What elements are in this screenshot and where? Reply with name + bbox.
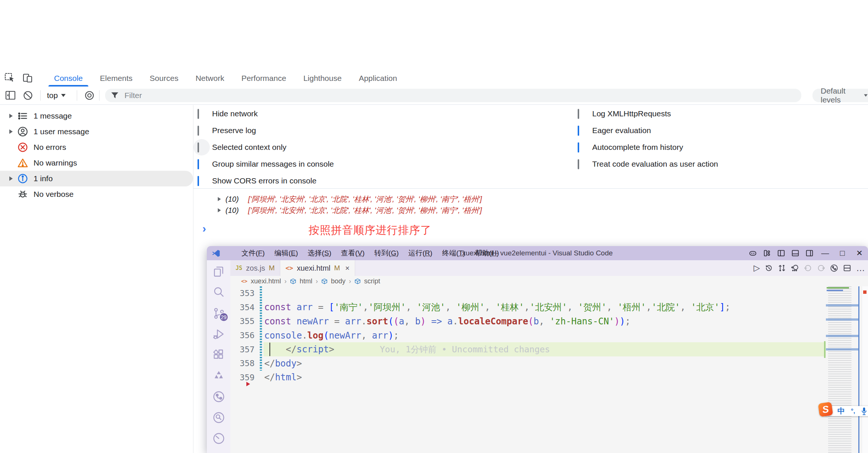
ime-punctuation-button[interactable]: °,	[851, 408, 855, 415]
minimize-button[interactable]: —	[817, 246, 834, 260]
sogou-logo[interactable]: S	[818, 402, 833, 417]
compare-changes-icon[interactable]	[778, 264, 786, 272]
gauge-icon[interactable]	[212, 432, 225, 445]
checkbox[interactable]	[578, 159, 579, 169]
breadcrumb-script[interactable]: script	[364, 277, 380, 285]
tab-sources[interactable]: Sources	[141, 70, 187, 86]
tab-xuexi-html[interactable]: <> xuexi.html M ×	[280, 260, 355, 276]
sidebar-item-errors[interactable]: No errors	[0, 139, 193, 155]
checkbox[interactable]	[198, 109, 199, 119]
checkbox[interactable]	[578, 109, 579, 119]
tab-network[interactable]: Network	[187, 70, 233, 86]
expand-icon[interactable]	[7, 176, 15, 181]
source-control-icon[interactable]: 29	[212, 307, 225, 320]
context-selector[interactable]: top	[47, 86, 66, 104]
git-graph-view-icon[interactable]	[212, 390, 225, 403]
split-editor-icon[interactable]	[843, 264, 851, 272]
setting-preserve-log[interactable]: Preserve log	[198, 122, 334, 139]
setting-eager-evaluation[interactable]: Eager evaluation	[578, 122, 718, 139]
checkbox[interactable]	[198, 176, 199, 186]
menu-view[interactable]: 查看(V)	[336, 246, 369, 260]
checkbox[interactable]	[578, 142, 579, 152]
sidebar-item-verbose[interactable]: No verbose	[0, 186, 193, 202]
code-line[interactable]: 356 console.log(newArr, arr);	[230, 328, 826, 343]
setting-log-xhr[interactable]: Log XMLHttpRequests	[578, 105, 718, 122]
setting-autocomplete-history[interactable]: Autocomplete from history	[578, 139, 718, 155]
menu-goto[interactable]: 转到(G)	[369, 246, 403, 260]
menu-file[interactable]: 文件(F)	[237, 246, 269, 260]
sidebar-item-warnings[interactable]: No warnings	[0, 155, 193, 171]
menu-help[interactable]: 帮助(H)	[470, 246, 504, 260]
console-log-row[interactable]: (10) ['阿坝州', '北安州', '北京', '北院', '桂林', '河…	[193, 205, 868, 216]
toggle-primary-sidebar-icon[interactable]	[774, 249, 788, 257]
editor-scrollbar[interactable]	[862, 286, 868, 453]
console-log-row[interactable]: (10) ['阿坝州', '北安州', '北京', '北院', '桂林', '河…	[193, 194, 868, 205]
code-line[interactable]: 354 const arr = ['南宁','阿坝州', '河池', '柳州',…	[230, 301, 826, 315]
copilot-icon[interactable]	[746, 249, 760, 257]
timeline-history-icon[interactable]	[765, 264, 773, 272]
checkbox[interactable]	[578, 126, 579, 136]
search-icon[interactable]	[212, 286, 225, 299]
explorer-icon[interactable]	[212, 265, 225, 278]
log-levels-dropdown[interactable]: Default levels	[812, 89, 868, 102]
checkbox[interactable]	[198, 126, 199, 136]
checkbox[interactable]	[198, 142, 199, 152]
toggle-sidebar-icon[interactable]	[5, 91, 16, 100]
code-line[interactable]: 358 </body>	[230, 356, 826, 371]
previous-change-icon[interactable]	[804, 264, 812, 272]
setting-show-cors-errors[interactable]: Show CORS errors in console	[198, 172, 334, 189]
run-debug-icon[interactable]	[212, 328, 225, 340]
sidebar-item-info[interactable]: 1 info	[0, 171, 193, 186]
minimap[interactable]	[826, 286, 858, 453]
next-change-icon[interactable]	[817, 264, 825, 272]
more-actions-icon[interactable]: …	[856, 263, 865, 273]
menu-terminal[interactable]: 终端(T)	[437, 246, 470, 260]
expand-icon[interactable]	[218, 208, 221, 213]
inspect-element-icon[interactable]	[4, 73, 15, 83]
device-toolbar-icon[interactable]	[22, 73, 33, 83]
maximize-button[interactable]: □	[834, 246, 851, 260]
toggle-secondary-sidebar-icon[interactable]	[802, 249, 817, 257]
git-history-icon[interactable]	[212, 411, 225, 424]
setting-selected-context-only[interactable]: Selected context only	[198, 139, 334, 155]
tab-performance[interactable]: Performance	[233, 70, 295, 86]
sidebar-item-user-messages[interactable]: 1 user message	[0, 124, 193, 139]
breadcrumb-html[interactable]: html	[300, 277, 312, 285]
close-button[interactable]: ✕	[851, 246, 868, 260]
checkbox[interactable]	[198, 159, 199, 169]
customize-layout-icon[interactable]	[760, 249, 774, 257]
expand-icon[interactable]	[7, 114, 15, 118]
code-line-current[interactable]: 357 </script> You, 1分钟前 • Uncommitted ch…	[230, 342, 826, 356]
menu-edit[interactable]: 编辑(E)	[269, 246, 303, 260]
code-line[interactable]: 353	[230, 286, 826, 301]
setting-hide-network[interactable]: Hide network	[198, 105, 334, 122]
menu-run[interactable]: 运行(R)	[404, 246, 437, 260]
git-graph-icon[interactable]	[830, 264, 838, 272]
microphone-icon[interactable]	[861, 407, 867, 415]
close-tab-icon[interactable]: ×	[345, 264, 350, 273]
tab-zos-js[interactable]: JS zos.js M	[230, 260, 280, 276]
breadcrumb-file[interactable]: xuexi.html	[251, 277, 281, 285]
open-changes-icon[interactable]	[791, 264, 799, 272]
expand-icon[interactable]	[7, 129, 15, 134]
ime-language-mode-button[interactable]: 中	[837, 406, 845, 416]
extensions-icon[interactable]	[212, 349, 225, 361]
code-line[interactable]: 359 </html>	[230, 371, 826, 385]
clear-console-icon[interactable]	[23, 91, 33, 100]
tab-lighthouse[interactable]: Lighthouse	[295, 70, 350, 86]
filter-input[interactable]: Filter	[105, 89, 801, 102]
tab-application[interactable]: Application	[350, 70, 406, 86]
tab-elements[interactable]: Elements	[91, 70, 141, 86]
sidebar-item-messages[interactable]: 1 message	[0, 108, 193, 124]
vscode-titlebar[interactable]: xuexi.html - vue2elementui - Visual Stud…	[207, 246, 868, 260]
menu-selection[interactable]: 选择(S)	[303, 246, 336, 260]
run-file-icon[interactable]: ▷	[754, 264, 760, 272]
expand-icon[interactable]	[218, 197, 221, 201]
breadcrumb-body[interactable]: body	[331, 277, 345, 285]
code-editor[interactable]: 353 354 const arr = ['南宁','阿坝州', '河池', '…	[230, 286, 826, 384]
toggle-panel-icon[interactable]	[788, 249, 802, 257]
live-expression-eye-icon[interactable]	[84, 91, 95, 100]
console-prompt-icon[interactable]: ›	[202, 222, 206, 235]
code-line[interactable]: 355 const newArr = arr.sort((a, b) => a.…	[230, 314, 826, 328]
setting-group-similar[interactable]: Group similar messages in console	[198, 155, 334, 172]
